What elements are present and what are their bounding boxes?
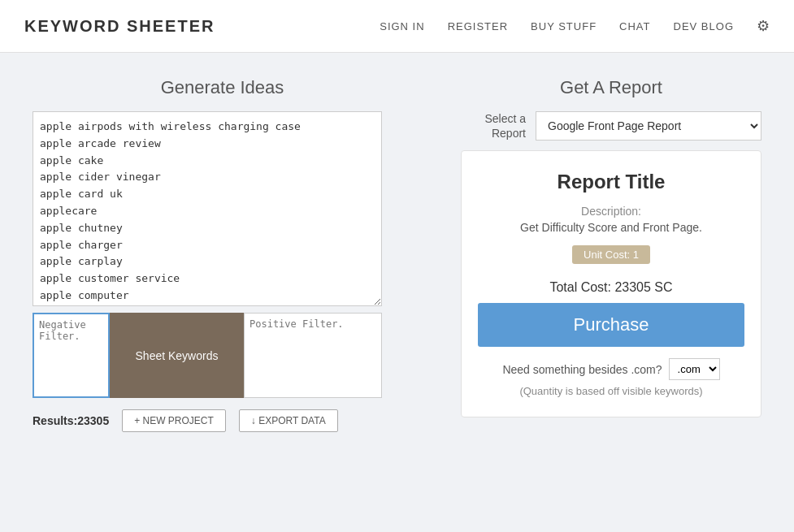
nav-chat[interactable]: CHAT bbox=[619, 20, 650, 32]
report-description-text: Get Difficulty Score and Front Page. bbox=[478, 221, 744, 234]
settings-icon[interactable]: ⚙ bbox=[757, 17, 770, 35]
domain-question-label: Need something besides .com? bbox=[502, 363, 662, 376]
main-content: Generate Ideas Sheet Keywords Results:23… bbox=[0, 53, 794, 456]
nav-register[interactable]: REGISTER bbox=[448, 20, 508, 32]
unit-cost-badge: Unit Cost: 1 bbox=[572, 245, 650, 264]
keywords-textarea[interactable] bbox=[33, 111, 382, 306]
left-panel: Generate Ideas Sheet Keywords Results:23… bbox=[33, 77, 412, 432]
filters-row: Sheet Keywords bbox=[33, 313, 382, 398]
negative-filter-input[interactable] bbox=[33, 313, 110, 398]
quantity-note: (Quantity is based off visible keywords) bbox=[478, 385, 744, 397]
report-select[interactable]: Google Front Page Report bbox=[536, 111, 761, 141]
select-report-label: Select aReport bbox=[461, 111, 526, 141]
domain-row: Need something besides .com? .com bbox=[478, 358, 744, 380]
positive-filter-input[interactable] bbox=[244, 313, 382, 398]
purchase-button[interactable]: Purchase bbox=[478, 303, 744, 347]
report-select-row: Select aReport Google Front Page Report bbox=[461, 111, 761, 141]
logo: KEYWORD SHEETER bbox=[24, 17, 215, 36]
get-report-title: Get A Report bbox=[461, 77, 761, 98]
nav-buy-stuff[interactable]: BUY STUFF bbox=[531, 20, 597, 32]
nav: SIGN IN REGISTER BUY STUFF CHAT DEV BLOG… bbox=[380, 17, 770, 35]
domain-select[interactable]: .com bbox=[669, 358, 720, 380]
nav-signin[interactable]: SIGN IN bbox=[380, 20, 424, 32]
nav-dev-blog[interactable]: DEV BLOG bbox=[674, 20, 734, 32]
header: KEYWORD SHEETER SIGN IN REGISTER BUY STU… bbox=[0, 0, 794, 53]
results-row: Results:23305 + NEW PROJECT ↓ EXPORT DAT… bbox=[33, 409, 412, 432]
total-cost: Total Cost: 23305 SC bbox=[478, 280, 744, 295]
report-card: Report Title Description: Get Difficulty… bbox=[461, 150, 761, 417]
report-description-label: Description: bbox=[478, 205, 744, 218]
report-card-title: Report Title bbox=[478, 171, 744, 193]
generate-ideas-title: Generate Ideas bbox=[33, 77, 412, 98]
results-count: Results:23305 bbox=[33, 414, 109, 427]
new-project-button[interactable]: + NEW PROJECT bbox=[122, 409, 226, 432]
right-panel: Get A Report Select aReport Google Front… bbox=[461, 77, 761, 432]
export-data-button[interactable]: ↓ EXPORT DATA bbox=[239, 409, 338, 432]
sheet-keywords-button[interactable]: Sheet Keywords bbox=[110, 313, 244, 398]
